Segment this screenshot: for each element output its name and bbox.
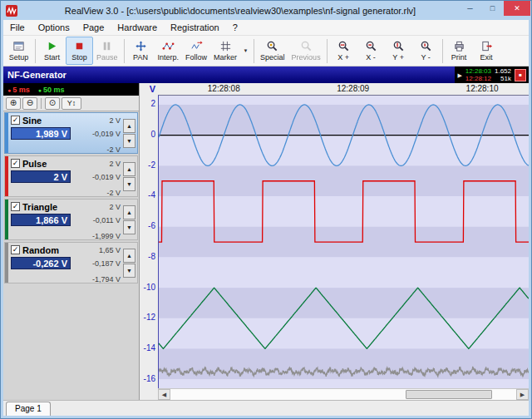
minimize-button[interactable]: ─	[459, 1, 481, 16]
pan-label: PAN	[133, 53, 148, 62]
main-area: ●5 ms ●50 ms ⊕ ⊖ ⊙ Y↕ ✓ Sine	[3, 83, 529, 400]
waveform-plot-area[interactable]	[158, 95, 529, 388]
tab-page-1[interactable]: Page 1	[6, 402, 51, 416]
start-label: Start	[44, 53, 60, 62]
channel-row-sine[interactable]: ✓ Sine 2 V 1,989 V -0,019 V -2 V	[4, 112, 138, 154]
exit-icon	[480, 40, 493, 52]
record-start-time: 12:28:03	[466, 67, 491, 75]
setup-icon	[12, 40, 25, 52]
scroll-right-button[interactable]: ▶	[516, 389, 529, 400]
rate-indicator-bar: ●5 ms ●50 ms	[3, 83, 139, 96]
title-bar[interactable]: RealView 3.0 - [c:\users\public\document…	[1, 1, 531, 20]
status-readout: ▶ 12:28:03 12:28:12 1.652 51k ■	[455, 67, 529, 83]
channel-row-pulse[interactable]: ✓ Pulse 2 V 2 V -0,019 V -2 V	[4, 155, 138, 197]
print-button[interactable]: Print	[446, 37, 473, 65]
sample-rate-value: 5 ms	[12, 86, 30, 94]
menu-hardware[interactable]: Hardware	[111, 21, 164, 34]
interpolation-button[interactable]: Interp.	[155, 37, 183, 65]
channel-scale-down-button[interactable]: ▼	[123, 220, 135, 234]
channel-scale-down-button[interactable]: ▼	[123, 264, 135, 278]
waveform-plot[interactable]	[159, 96, 529, 388]
channel-checkbox-random[interactable]: ✓	[11, 245, 20, 254]
channel-scale-down-button[interactable]: ▼	[123, 134, 135, 148]
channel-scale-down-button[interactable]: ▼	[123, 177, 135, 191]
y-zoom-out-label: Y -	[421, 53, 430, 62]
check-icon: ✓	[12, 246, 19, 254]
record-stop-button[interactable]: ■	[515, 69, 526, 81]
channel-scale-up-button[interactable]: ▲	[123, 162, 135, 176]
menu-help[interactable]: ?	[226, 21, 244, 34]
y-autoscale-button[interactable]: Y↕	[62, 97, 81, 110]
channel-row-triangle[interactable]: ✓ Triangle 2 V 1,866 V -0,011 V -1,999 V	[4, 199, 138, 240]
page-tab-bar: Page 1	[3, 400, 529, 416]
interpolation-icon	[162, 40, 175, 52]
scroll-left-button[interactable]: ◀	[158, 389, 170, 400]
channel-mid-value: -0,019 V	[92, 130, 121, 138]
y-tick-label: 0	[150, 130, 155, 139]
x-zoom-out-button[interactable]: X -	[357, 37, 385, 65]
stop-icon	[73, 40, 86, 52]
close-button[interactable]: ✕	[504, 1, 530, 16]
pan-button[interactable]: PAN	[127, 37, 155, 65]
channel-min-value: -1,999 V	[92, 232, 121, 240]
interpolation-label: Interp.	[158, 53, 180, 62]
channel-scale-up-button[interactable]: ▲	[123, 249, 135, 263]
y-zoom-out-button[interactable]: Y -	[412, 37, 440, 65]
toolbar-separator	[124, 39, 125, 63]
channel-min-value: -2 V	[106, 189, 121, 197]
check-icon: ✓	[12, 116, 19, 124]
start-button[interactable]: Start	[38, 37, 66, 65]
horizontal-scrollbar[interactable]: ◀ ▶	[158, 388, 529, 400]
channel-current-value: -0,262 V	[11, 257, 71, 269]
channel-scale-up-button[interactable]: ▲	[123, 205, 135, 219]
menu-options[interactable]: Options	[32, 21, 76, 34]
document-header: NF-Generator ▶ 12:28:03 12:28:12 1.652 5…	[3, 67, 529, 83]
fit-view-button[interactable]: ⊙	[45, 97, 60, 110]
channel-checkbox-pulse[interactable]: ✓	[11, 159, 20, 168]
menu-page[interactable]: Page	[76, 21, 111, 34]
y-zoom-in-button[interactable]: Y +	[385, 37, 412, 65]
channel-max-value: 1,65 V	[99, 246, 121, 254]
readout-value: 1.652	[495, 67, 511, 75]
time-axis: 12:28:0812:28:0912:28:10	[158, 83, 529, 95]
scrollbar-thumb[interactable]	[406, 390, 492, 399]
menu-registration[interactable]: Registration	[164, 21, 226, 34]
special-zoom-label: Special	[260, 53, 285, 62]
stop-button[interactable]: Stop	[66, 37, 93, 65]
setup-button[interactable]: Setup	[5, 37, 32, 65]
scale-toolbar: ⊕ ⊖ ⊙ Y↕	[3, 96, 139, 111]
marker-dropdown-button[interactable]: ▼	[240, 37, 251, 65]
pause-button[interactable]: Pause	[93, 37, 121, 65]
channel-checkbox-triangle[interactable]: ✓	[11, 202, 20, 211]
time-tick-label: 12:28:09	[337, 84, 369, 93]
app-window: RealView 3.0 - [c:\users\public\document…	[0, 0, 532, 419]
marker-button[interactable]: Marker	[210, 37, 240, 65]
channel-row-random[interactable]: ✓ Random 1,65 V -0,262 V -0,187 V -1,794…	[4, 242, 138, 283]
print-label: Print	[451, 53, 467, 62]
y-tick-label: -4	[148, 190, 155, 200]
previous-zoom-button[interactable]: Previous	[288, 37, 324, 65]
scrollbar-track[interactable]	[170, 389, 516, 400]
maximize-button[interactable]: □	[481, 1, 504, 16]
channel-scale-up-button[interactable]: ▲	[123, 119, 135, 133]
channel-checkbox-sine[interactable]: ✓	[11, 116, 20, 125]
follow-icon	[190, 40, 203, 52]
follow-button[interactable]: Follow	[182, 37, 210, 65]
previous-zoom-icon	[300, 40, 313, 52]
y-tick-label: -12	[144, 313, 155, 322]
exit-button[interactable]: Exit	[473, 37, 500, 65]
pause-icon	[101, 40, 113, 52]
y-tick-label: -16	[144, 374, 155, 383]
zoom-in-button[interactable]: ⊕	[6, 97, 21, 110]
menu-file[interactable]: File	[3, 21, 32, 34]
zoom-out-button[interactable]: ⊖	[22, 97, 37, 110]
x-zoom-in-button[interactable]: X +	[330, 37, 357, 65]
x-zoom-out-icon	[365, 40, 377, 52]
y-zoom-out-icon	[420, 40, 432, 52]
channel-max-value: 2 V	[109, 203, 121, 211]
channel-name: Random	[22, 245, 59, 255]
channel-name: Triangle	[22, 202, 57, 212]
channel-current-value: 1,866 V	[11, 214, 71, 226]
marker-label: Marker	[214, 53, 237, 62]
special-zoom-button[interactable]: Special	[257, 37, 288, 65]
